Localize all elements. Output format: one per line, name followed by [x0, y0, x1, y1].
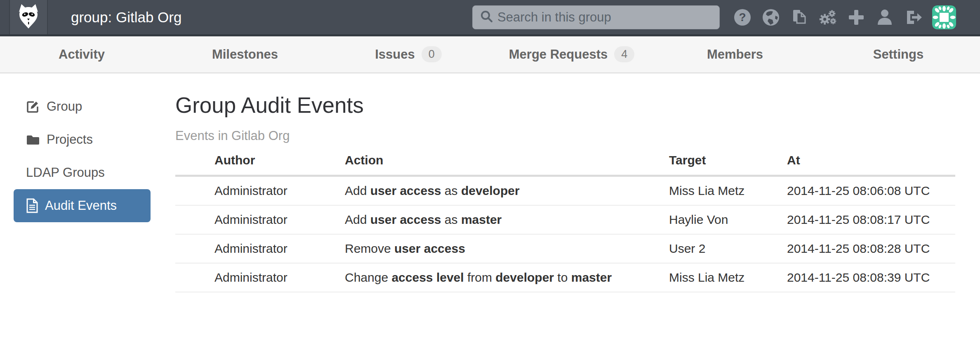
tab-settings[interactable]: Settings: [817, 36, 980, 72]
folder-icon: [26, 133, 40, 147]
tab-label: Settings: [873, 47, 923, 62]
author-cell: Administrator: [175, 176, 345, 206]
tab-label: Activity: [59, 47, 105, 62]
group-avatar[interactable]: [932, 5, 956, 29]
author-cell: Administrator: [175, 205, 345, 234]
tab-members[interactable]: Members: [653, 36, 817, 72]
column-header-action: Action: [345, 153, 669, 176]
timestamp-cell: 2014-11-25 08:08:39 UTC: [787, 263, 955, 292]
table-row: AdministratorAdd user access as masterHa…: [175, 205, 955, 234]
column-header-at: At: [787, 153, 955, 176]
action-cell: Remove user access: [345, 234, 669, 263]
search-icon: [480, 10, 493, 25]
gitlab-logo[interactable]: [9, 0, 48, 34]
target-cell: Miss Lia Metz: [669, 176, 787, 206]
timestamp-cell: 2014-11-25 08:06:08 UTC: [787, 176, 955, 206]
tab-milestones[interactable]: Milestones: [163, 36, 327, 72]
group-tabs: ActivityMilestonesIssues0Merge Requests4…: [0, 36, 980, 74]
author-cell: Administrator: [175, 263, 345, 292]
tab-label: Merge Requests: [509, 47, 608, 62]
top-navbar: group: Gitlab Org ?: [0, 0, 980, 36]
tab-label: Milestones: [212, 47, 278, 62]
table-row: AdministratorChange access level from de…: [175, 263, 955, 292]
tab-label: Members: [707, 47, 763, 62]
table-header-row: AuthorActionTargetAt: [175, 153, 955, 176]
user-icon[interactable]: [875, 8, 894, 27]
page-content: GroupProjectsLDAP GroupsAudit Events Gro…: [0, 74, 980, 292]
tab-merge-requests[interactable]: Merge Requests4: [490, 36, 653, 72]
sidebar-item-label: Audit Events: [45, 198, 117, 213]
svg-text:?: ?: [739, 11, 746, 24]
target-cell: Haylie Von: [669, 205, 787, 234]
page-subtitle: Events in Gitlab Org: [175, 128, 955, 143]
globe-icon[interactable]: [761, 8, 780, 27]
target-cell: User 2: [669, 234, 787, 263]
table-row: AdministratorRemove user accessUser 2201…: [175, 234, 955, 263]
page-title: Group Audit Events: [175, 93, 955, 118]
author-cell: Administrator: [175, 234, 345, 263]
sidebar-item-label: Projects: [47, 132, 93, 147]
sign-out-icon[interactable]: [904, 8, 923, 27]
target-cell: Miss Lia Metz: [669, 263, 787, 292]
timestamp-cell: 2014-11-25 08:08:28 UTC: [787, 234, 955, 263]
plus-icon[interactable]: [847, 8, 866, 27]
copy-icon[interactable]: [790, 8, 809, 27]
document-icon: [26, 198, 38, 213]
timestamp-cell: 2014-11-25 08:08:17 UTC: [787, 205, 955, 234]
action-cell: Change access level from developer to ma…: [345, 263, 669, 292]
sidebar-item-group[interactable]: Group: [14, 90, 151, 123]
sidebar-item-label: Group: [47, 99, 82, 114]
column-header-author: Author: [175, 153, 345, 176]
edit-icon: [26, 100, 40, 114]
count-badge: 4: [614, 46, 634, 62]
tab-issues[interactable]: Issues0: [327, 36, 490, 72]
main-panel: Group Audit Events Events in Gitlab Org …: [175, 90, 980, 292]
sidebar-item-label: LDAP Groups: [26, 165, 105, 180]
group-title: group: Gitlab Org: [71, 9, 181, 26]
count-badge: 0: [422, 46, 442, 62]
tab-activity[interactable]: Activity: [0, 36, 163, 72]
gears-icon[interactable]: [818, 8, 837, 27]
sidebar-item-audit-events[interactable]: Audit Events: [14, 189, 151, 222]
table-row: AdministratorAdd user access as develope…: [175, 176, 955, 206]
action-cell: Add user access as developer: [345, 176, 669, 206]
sidebar-item-projects[interactable]: Projects: [14, 123, 151, 156]
settings-sidebar: GroupProjectsLDAP GroupsAudit Events: [0, 90, 175, 292]
search-input[interactable]: [497, 10, 712, 25]
search-box[interactable]: [472, 5, 720, 29]
gitlab-cat-logo-icon: [15, 3, 42, 31]
sidebar-item-ldap-groups[interactable]: LDAP Groups: [14, 156, 151, 189]
column-header-target: Target: [669, 153, 787, 176]
audit-events-table: AuthorActionTargetAt AdministratorAdd us…: [175, 153, 955, 292]
navbar-icons: ?: [733, 5, 980, 29]
tab-label: Issues: [375, 47, 415, 62]
help-icon[interactable]: ?: [733, 8, 752, 27]
action-cell: Add user access as master: [345, 205, 669, 234]
